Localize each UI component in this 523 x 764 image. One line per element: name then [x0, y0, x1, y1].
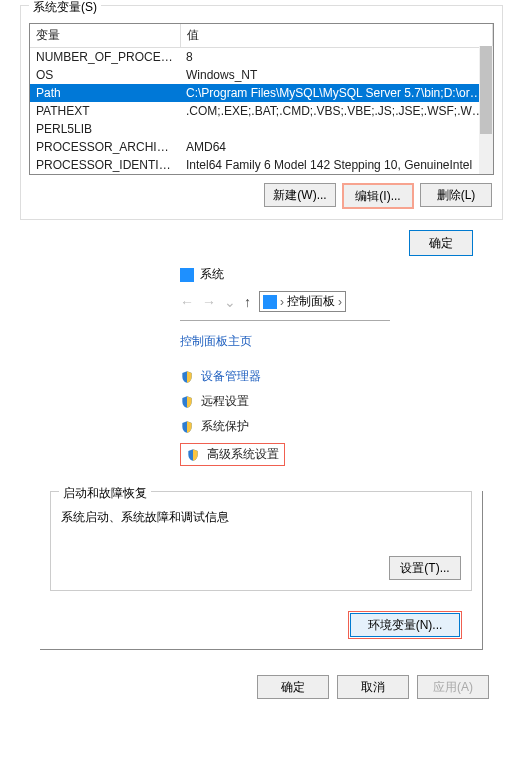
table-row[interactable]: OSWindows_NT — [30, 66, 493, 84]
scroll-thumb[interactable] — [480, 46, 492, 134]
system-nav-block: 系统 ← → ⌄ ↑ › 控制面板 › 控制面板主页 设备管理器 远程设置 系统… — [180, 266, 390, 466]
scrollbar[interactable] — [479, 46, 493, 174]
table-row[interactable]: PERL5LIB — [30, 120, 493, 138]
chevron-right-icon: › — [338, 295, 342, 309]
computer-icon — [180, 268, 194, 282]
table-row[interactable]: NUMBER_OF_PROCESSORS8 — [30, 48, 493, 67]
chevron-right-icon: › — [280, 295, 284, 309]
shield-icon — [180, 370, 194, 384]
col-variable[interactable]: 变量 — [30, 24, 180, 48]
link-system-protection[interactable]: 系统保护 — [180, 418, 390, 435]
link-text: 设备管理器 — [201, 368, 261, 385]
table-row-selected[interactable]: PathC:\Program Files\MySQL\MySQL Server … — [30, 84, 493, 102]
ok-button[interactable]: 确定 — [409, 230, 473, 256]
system-label: 系统 — [200, 266, 224, 283]
variable-buttons-row: 新建(W)... 编辑(I)... 删除(L) — [21, 183, 492, 209]
link-text: 系统保护 — [201, 418, 249, 435]
shield-icon — [180, 395, 194, 409]
computer-icon — [263, 295, 277, 309]
new-button[interactable]: 新建(W)... — [264, 183, 336, 207]
variables-table[interactable]: 变量 值 NUMBER_OF_PROCESSORS8 OSWindows_NT … — [30, 24, 493, 174]
env-variables-button[interactable]: 环境变量(N)... — [350, 613, 460, 637]
control-panel-home[interactable]: 控制面板主页 — [180, 333, 390, 350]
group-label: 系统变量(S) — [29, 0, 101, 16]
link-text: 高级系统设置 — [207, 446, 279, 463]
settings-button[interactable]: 设置(T)... — [389, 556, 461, 580]
env-variables-button-highlight[interactable]: 环境变量(N)... — [348, 611, 462, 639]
link-advanced-settings-highlight[interactable]: 高级系统设置 — [180, 443, 285, 466]
table-row[interactable]: PATHEXT.COM;.EXE;.BAT;.CMD;.VBS;.VBE;.JS… — [30, 102, 493, 120]
apply-button[interactable]: 应用(A) — [417, 675, 489, 699]
delete-button[interactable]: 删除(L) — [420, 183, 492, 207]
link-remote-settings[interactable]: 远程设置 — [180, 393, 390, 410]
startup-description: 系统启动、系统故障和调试信息 — [61, 509, 461, 526]
shield-icon — [180, 420, 194, 434]
cancel-button[interactable]: 取消 — [337, 675, 409, 699]
group-label: 启动和故障恢复 — [59, 485, 151, 502]
edit-button[interactable]: 编辑(I)... — [342, 183, 414, 209]
table-header-row: 变量 值 — [30, 24, 493, 48]
link-device-manager[interactable]: 设备管理器 — [180, 368, 390, 385]
up-arrow-icon[interactable]: ↑ — [244, 294, 251, 310]
table-row[interactable]: PROCESSOR_ARCHITECT...AMD64 — [30, 138, 493, 156]
link-text: 远程设置 — [201, 393, 249, 410]
forward-arrow-icon[interactable]: → — [202, 294, 216, 310]
ok-button[interactable]: 确定 — [257, 675, 329, 699]
shield-icon — [186, 448, 200, 462]
back-arrow-icon[interactable]: ← — [180, 294, 194, 310]
recent-dropdown-icon[interactable]: ⌄ — [224, 294, 236, 310]
breadcrumb: ← → ⌄ ↑ › 控制面板 › — [180, 291, 390, 321]
system-properties-panel: 启动和故障恢复 系统启动、系统故障和调试信息 设置(T)... 环境变量(N).… — [40, 491, 483, 650]
ok-row: 确定 — [0, 230, 473, 256]
system-variables-group: 系统变量(S) 变量 值 NUMBER_OF_PROCESSORS8 OSWin… — [20, 5, 503, 220]
table-row[interactable]: PROCESSOR_IDENTIFIERIntel64 Family 6 Mod… — [30, 156, 493, 174]
dialog-buttons: 确定 取消 应用(A) — [0, 675, 489, 699]
breadcrumb-item[interactable]: 控制面板 — [287, 293, 335, 310]
startup-recovery-group: 启动和故障恢复 系统启动、系统故障和调试信息 设置(T)... — [50, 491, 472, 591]
breadcrumb-box[interactable]: › 控制面板 › — [259, 291, 346, 312]
variables-table-wrap: 变量 值 NUMBER_OF_PROCESSORS8 OSWindows_NT … — [29, 23, 494, 175]
system-header: 系统 — [180, 266, 390, 283]
col-value[interactable]: 值 — [180, 24, 493, 48]
